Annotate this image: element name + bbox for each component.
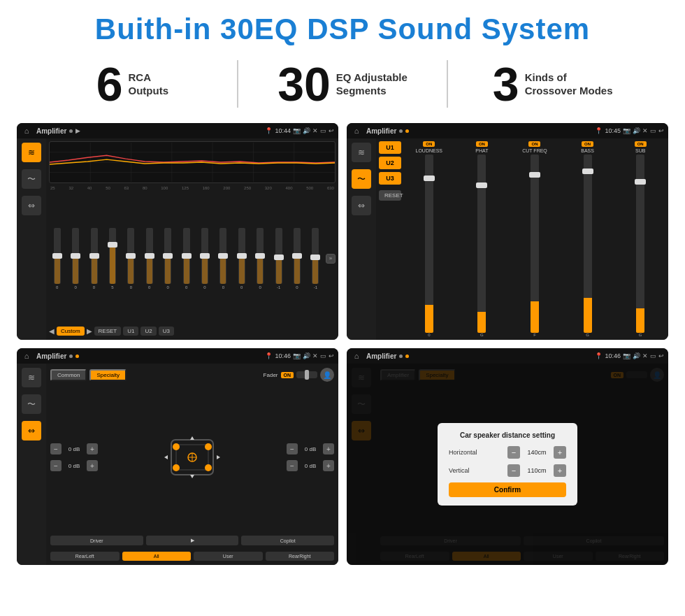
xover-u2-btn[interactable]: U2 [379, 157, 401, 169]
eq-u3-btn[interactable]: U3 [159, 327, 174, 336]
rearleft-btn[interactable]: RearLeft [50, 552, 120, 561]
wave-panel-icon[interactable]: 〜 [22, 169, 41, 189]
eq-sliders-area: 0 0 0 5 0 [49, 192, 336, 324]
cutfreq-slider[interactable] [531, 155, 539, 333]
eq-track-0[interactable] [54, 228, 61, 284]
copilot-btn[interactable]: Copilot [241, 536, 334, 545]
db-val-br: 0 dB [301, 463, 320, 469]
fader-wave-icon[interactable]: 〜 [22, 394, 41, 414]
sub-on-badge[interactable]: ON [635, 141, 647, 147]
eq-val-3: 5 [111, 285, 113, 289]
rearright-btn[interactable]: RearRight [266, 552, 335, 561]
xover-u3-btn[interactable]: U3 [379, 172, 401, 185]
db-val-tl: 0 dB [64, 446, 84, 452]
eq-slider-5: 0 [141, 228, 157, 289]
status-dot-3 [69, 354, 73, 358]
eq-u2-btn[interactable]: U2 [140, 327, 156, 336]
home-icon-2[interactable]: ⌂ [351, 125, 362, 136]
svg-marker-18 [190, 436, 194, 440]
db-row-tr: − 0 dB + [287, 443, 334, 454]
location-icon-2: 📍 [595, 127, 603, 134]
eq-track-7[interactable] [183, 228, 190, 284]
db-minus-tl[interactable]: − [50, 443, 62, 454]
driver-btn[interactable]: Driver [50, 536, 143, 545]
fader-arrows-icon[interactable]: ⇔ [22, 421, 41, 440]
home-icon-4[interactable]: ⌂ [351, 350, 362, 361]
db-minus-tr[interactable]: − [287, 443, 298, 454]
xover-main-content: U1 U2 U3 RESET ON LOUDNESS 0 ON [376, 138, 668, 340]
eq-custom-btn[interactable]: Custom [57, 327, 85, 336]
eq-u1-btn[interactable]: U1 [123, 327, 138, 336]
eq-track-13[interactable] [294, 228, 301, 284]
bass-slider[interactable] [584, 155, 592, 333]
back-icon-1[interactable]: ↩ [329, 127, 334, 134]
fader-label: Fader [264, 372, 278, 378]
car-diagram [102, 385, 282, 529]
sub-slider[interactable] [636, 155, 644, 333]
db-plus-br[interactable]: + [323, 460, 334, 471]
horizontal-plus-btn[interactable]: + [554, 446, 566, 459]
db-plus-tl[interactable]: + [87, 443, 98, 454]
fader-eq-icon[interactable]: ≋ [22, 368, 41, 387]
eq-val-14: -1 [314, 285, 317, 289]
fader-screen-content: ≋ 〜 ⇔ Common Specialty Fader ON 👤 [17, 364, 338, 565]
eq-track-9[interactable] [219, 228, 226, 284]
stat-eq: 30 EQ AdjustableSegments [237, 60, 449, 108]
volume-icon-3: 🔊 [303, 352, 310, 359]
vertical-minus-btn[interactable]: − [507, 464, 520, 477]
eq-prev-arrow[interactable]: ◀ [49, 327, 55, 335]
loudness-on-badge[interactable]: ON [423, 141, 435, 147]
eq-track-12[interactable] [275, 228, 282, 284]
xover-reset-btn[interactable]: RESET [379, 190, 401, 201]
xover-arrows-icon[interactable]: ⇔ [352, 196, 371, 215]
back-icon-3[interactable]: ↩ [329, 352, 334, 359]
eq-track-11[interactable] [257, 228, 264, 284]
eq-screen-card: ⌂ Amplifier ▶ 📍 10:44 📷 🔊 ✕ ▭ ↩ ≋ 〜 ⇔ [17, 123, 338, 340]
fwd-btn[interactable]: ▶ [146, 536, 239, 545]
eq-track-8[interactable] [201, 228, 208, 284]
eq-reset-btn[interactable]: RESET [94, 327, 122, 336]
specialty-tab[interactable]: Specialty [89, 369, 126, 381]
cutfreq-on-badge[interactable]: ON [528, 141, 540, 147]
eq-track-1[interactable] [72, 228, 79, 284]
home-icon[interactable]: ⌂ [21, 125, 32, 136]
horizontal-label: Horizontal [449, 449, 491, 456]
vertical-plus-btn[interactable]: + [554, 464, 566, 477]
db-plus-bl[interactable]: + [87, 460, 98, 471]
home-icon-3[interactable]: ⌂ [21, 350, 32, 361]
xover-u1-btn[interactable]: U1 [379, 141, 401, 154]
eq-next-arrow[interactable]: ▶ [87, 327, 92, 335]
user-btn[interactable]: User [194, 552, 263, 561]
confirm-button[interactable]: Confirm [449, 482, 566, 497]
loudness-slider[interactable] [425, 155, 433, 333]
xover-eq-icon[interactable]: ≋ [352, 143, 371, 162]
fader-status-icons: 📍 10:46 📷 🔊 ✕ ▭ ↩ [265, 352, 334, 359]
xover-wave-icon[interactable]: 〜 [352, 169, 371, 189]
db-minus-br[interactable]: − [287, 460, 298, 471]
bass-on-badge[interactable]: ON [582, 141, 593, 147]
eq-track-10[interactable] [238, 228, 245, 284]
fader-on-badge[interactable]: ON [281, 372, 294, 378]
xover-screen-title: Amplifier [366, 127, 396, 135]
horizontal-minus-btn[interactable]: − [507, 446, 520, 459]
window-icon-1: ▭ [320, 127, 326, 134]
eq-track-2[interactable] [91, 228, 98, 284]
eq-track-5[interactable] [146, 228, 153, 284]
eq-expand-btn[interactable]: » [326, 254, 336, 264]
db-minus-bl[interactable]: − [50, 460, 62, 471]
back-icon-2[interactable]: ↩ [658, 127, 664, 134]
db-plus-tr[interactable]: + [323, 443, 334, 454]
back-icon-4[interactable]: ↩ [658, 352, 664, 359]
stat-text-crossover: Kinds ofCrossover Modes [525, 71, 613, 98]
eq-track-3[interactable] [109, 228, 116, 284]
phat-slider[interactable] [477, 155, 486, 333]
phat-on-badge[interactable]: ON [476, 141, 488, 147]
eq-track-4[interactable] [127, 228, 134, 284]
left-db-controls: − 0 dB + − 0 dB + [50, 385, 98, 529]
all-btn[interactable]: All [122, 552, 192, 561]
arrows-panel-icon[interactable]: ⇔ [22, 196, 41, 215]
eq-track-6[interactable] [164, 228, 171, 284]
eq-panel-icon[interactable]: ≋ [22, 143, 41, 162]
eq-track-14[interactable] [312, 228, 319, 284]
common-tab[interactable]: Common [50, 369, 87, 381]
